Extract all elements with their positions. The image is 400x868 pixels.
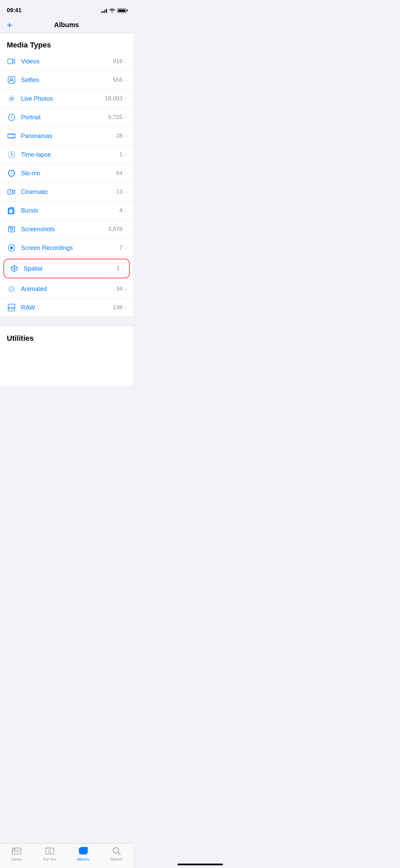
list-item-raw[interactable]: RAW RAW 138 › bbox=[0, 298, 133, 317]
list-item-cinematic[interactable]: Cinematic 13 › bbox=[0, 183, 133, 201]
chevron-icon: › bbox=[125, 304, 126, 311]
section-divider bbox=[0, 317, 133, 327]
chevron-icon: › bbox=[125, 133, 126, 139]
chevron-icon: › bbox=[122, 265, 124, 272]
screenshots-count: 3,878 bbox=[108, 226, 123, 233]
screen-recordings-count: 7 bbox=[119, 244, 122, 251]
battery-icon bbox=[117, 8, 126, 13]
raw-icon: RAW bbox=[7, 303, 16, 312]
list-item-videos[interactable]: Videos 916 › bbox=[0, 52, 133, 71]
svg-line-19 bbox=[13, 175, 14, 175]
chevron-icon: › bbox=[125, 208, 126, 214]
scroll-content: Media Types Videos 916 › Selfies 556 › bbox=[0, 33, 133, 386]
raw-count: 138 bbox=[113, 304, 122, 311]
svg-point-3 bbox=[10, 98, 13, 100]
chevron-icon: › bbox=[125, 189, 126, 195]
screenshot-icon bbox=[7, 224, 16, 234]
svg-line-21 bbox=[9, 175, 10, 175]
svg-text:RAW: RAW bbox=[8, 307, 15, 310]
media-types-section-header: Media Types bbox=[0, 33, 133, 52]
animated-count: 34 bbox=[116, 285, 123, 292]
svg-point-36 bbox=[10, 246, 13, 249]
chevron-icon: › bbox=[125, 114, 126, 120]
list-item-bursts[interactable]: Bursts 4 › bbox=[0, 201, 133, 220]
slomo-icon bbox=[7, 169, 16, 178]
media-types-title: Media Types bbox=[7, 41, 51, 49]
svg-line-12 bbox=[12, 155, 13, 156]
cinematic-count: 13 bbox=[116, 189, 123, 195]
nav-bar: + Albums bbox=[0, 18, 133, 33]
svg-line-18 bbox=[9, 171, 10, 172]
portrait-label: Portrait bbox=[21, 114, 108, 121]
cinematic-label: Cinematic bbox=[21, 189, 116, 196]
chevron-icon: › bbox=[125, 58, 126, 64]
live-photos-label: Live Photos bbox=[21, 95, 105, 102]
cinematic-icon bbox=[7, 187, 16, 197]
live-photos-count: 16,003 bbox=[105, 95, 123, 102]
add-button[interactable]: + bbox=[7, 20, 12, 30]
spatial-count: 1 bbox=[117, 265, 120, 272]
page-title: Albums bbox=[54, 21, 79, 29]
live-photo-icon bbox=[7, 94, 16, 103]
svg-line-20 bbox=[13, 171, 14, 172]
slo-mo-count: 64 bbox=[116, 170, 123, 177]
bursts-count: 4 bbox=[119, 207, 122, 214]
bursts-icon bbox=[7, 206, 16, 215]
time-lapse-count: 1 bbox=[119, 151, 122, 158]
svg-text:f: f bbox=[11, 115, 13, 120]
svg-point-22 bbox=[11, 173, 12, 174]
bursts-label: Bursts bbox=[21, 207, 119, 214]
videos-label: Videos bbox=[21, 58, 113, 65]
list-item-screen-recordings[interactable]: Screen Recordings 7 › bbox=[0, 239, 133, 257]
signal-icon bbox=[101, 8, 107, 13]
chevron-icon: › bbox=[125, 245, 126, 251]
chevron-icon: › bbox=[125, 170, 126, 176]
status-time: 09:41 bbox=[7, 7, 21, 14]
chevron-icon: › bbox=[125, 226, 126, 232]
chevron-icon: › bbox=[125, 152, 126, 158]
list-item-panoramas[interactable]: Panoramas 28 › bbox=[0, 127, 133, 145]
timelapse-icon bbox=[7, 150, 16, 159]
svg-point-34 bbox=[10, 227, 11, 228]
list-item-animated[interactable]: Animated 34 › bbox=[0, 280, 133, 298]
chevron-icon: › bbox=[125, 286, 126, 292]
selfie-icon bbox=[7, 75, 16, 85]
chevron-icon: › bbox=[125, 77, 126, 83]
utilities-section-header: Utilities bbox=[0, 327, 133, 346]
status-bar: 09:41 bbox=[0, 0, 133, 18]
wifi-icon bbox=[109, 8, 115, 13]
screen-recordings-label: Screen Recordings bbox=[21, 244, 119, 252]
list-item-live-photos[interactable]: Live Photos 16,003 › bbox=[0, 90, 133, 108]
selfies-label: Selfies bbox=[21, 77, 113, 84]
portrait-icon: f bbox=[7, 113, 16, 122]
list-item-time-lapse[interactable]: Time-lapse 1 › bbox=[0, 145, 133, 164]
selfies-count: 556 bbox=[113, 77, 122, 83]
animated-label: Animated bbox=[21, 285, 116, 293]
panorama-icon bbox=[7, 131, 16, 141]
spatial-icon bbox=[9, 264, 19, 273]
list-item-slo-mo[interactable]: Slo-mo 64 › bbox=[0, 164, 133, 183]
svg-rect-0 bbox=[8, 59, 13, 64]
panoramas-label: Panoramas bbox=[21, 133, 116, 140]
chevron-icon: › bbox=[125, 96, 126, 102]
screenshots-label: Screenshots bbox=[21, 226, 108, 233]
svg-point-33 bbox=[9, 227, 10, 228]
video-icon bbox=[7, 57, 16, 66]
spatial-label: Spatial bbox=[24, 265, 117, 272]
svg-point-4 bbox=[9, 97, 14, 101]
utilities-title: Utilities bbox=[7, 334, 34, 342]
list-item-spatial[interactable]: Spatial 1 › bbox=[3, 259, 130, 278]
list-item-selfies[interactable]: Selfies 556 › bbox=[0, 71, 133, 90]
screen-recording-icon bbox=[7, 243, 16, 253]
portrait-count: 6,725 bbox=[108, 114, 123, 121]
status-icons bbox=[101, 8, 126, 13]
list-item-portrait[interactable]: f Portrait 6,725 › bbox=[0, 108, 133, 127]
animated-icon bbox=[7, 284, 16, 294]
videos-count: 916 bbox=[113, 58, 122, 65]
svg-point-32 bbox=[11, 229, 12, 230]
svg-point-2 bbox=[10, 78, 13, 80]
list-item-screenshots[interactable]: Screenshots 3,878 › bbox=[0, 220, 133, 239]
slo-mo-label: Slo-mo bbox=[21, 170, 116, 177]
raw-label: RAW bbox=[21, 304, 113, 311]
time-lapse-label: Time-lapse bbox=[21, 151, 119, 158]
